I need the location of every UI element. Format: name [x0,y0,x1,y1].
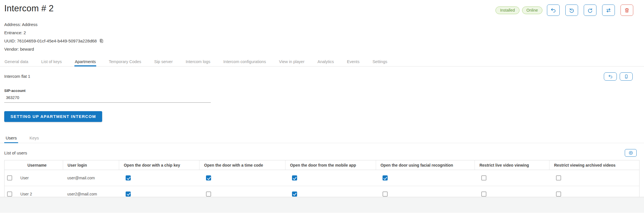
plus-circle-icon [628,150,633,155]
username-cell: User 2 [16,186,63,197]
info-line: Entrance: 2 [4,29,640,37]
header-actions: InstalledOnline [495,5,633,16]
permission-checkbox-4[interactable] [481,175,486,180]
sync-button[interactable] [602,5,615,16]
phone-icon [624,74,629,79]
device-info: Address: AddressEntrance: 2UUID: 7610465… [0,20,644,53]
sub-tab-users[interactable]: Users [4,134,18,143]
undo-icon [550,7,556,13]
page-footer-background [0,197,644,213]
info-line: Vendor: beward [4,45,640,53]
page-header: Intercom # 2 InstalledOnline [0,0,644,16]
row-select-checkbox[interactable] [7,175,12,180]
info-line-text: Address: Address [4,22,38,27]
info-line: UUID: 76104659-01cf-45e4-b449-50973a228d… [4,37,640,45]
tab-events[interactable]: Events [347,58,360,66]
table-row: Useruser@mail.com [5,170,639,186]
column-header: Open the door with a chip key [119,160,199,170]
tab-analytics[interactable]: Analytics [317,58,334,66]
copy-uuid-button[interactable] [99,38,104,44]
status-badges: InstalledOnline [495,7,542,14]
permission-checkbox-4[interactable] [481,192,486,197]
main-tabs: General dataList of keysApartmentsTempor… [0,58,644,66]
users-table: UsernameUser loginOpen the door with a c… [4,160,639,197]
history-icon [569,7,575,13]
row-select-checkbox[interactable] [7,192,12,197]
column-header: Username [16,160,63,170]
refresh-icon [587,7,593,13]
flat-label: Intercom flat 1 [4,74,30,79]
permission-checkbox-1[interactable] [206,175,211,180]
trash-icon [624,7,630,13]
column-header: Restrict live video viewing [475,160,549,170]
column-header: Restrict viewing archived videos [549,160,639,170]
undo-button[interactable] [547,5,560,16]
permission-checkbox-2[interactable] [292,192,297,197]
permission-checkbox-0[interactable] [126,175,131,180]
status-badge-installed: Installed [495,7,519,14]
permission-checkbox-5[interactable] [556,192,561,197]
column-header: Open the door using facial recognition [376,160,475,170]
permission-checkbox-3[interactable] [383,175,388,180]
tab-intercom-logs[interactable]: Intercom logs [185,58,211,66]
users-list-title: List of users [4,150,27,155]
tab-general-data[interactable]: General data [4,58,29,66]
column-header: User login [63,160,119,170]
user-login-cell: user2@mail.com [63,186,119,197]
sub-tabs: UsersKeys [0,134,644,143]
add-user-button[interactable] [625,149,637,157]
sync-icon [606,7,611,13]
user-login-cell: user@mail.com [63,170,119,186]
info-line: Address: Address [4,20,640,29]
users-list-header: List of users [0,149,644,157]
page-title: Intercom # 2 [4,3,54,14]
info-line-text: UUID: 76104659-01cf-45e4-b449-50973a228d… [4,38,97,43]
column-header: Open the door with a time code [199,160,285,170]
flat-row: Intercom flat 1 [0,72,644,81]
tab-temporary-codes[interactable]: Temporary Codes [109,58,141,66]
tab-sip-server[interactable]: Sip server [154,58,173,66]
intercom-page: Intercom # 2 InstalledOnline Address: Ad… [0,0,644,213]
undo-icon [608,74,613,79]
sip-account-label: SIP-account [4,89,211,93]
refresh-button[interactable] [584,5,596,16]
flat-undo-button[interactable] [604,72,617,81]
history-button[interactable] [565,5,578,16]
permission-checkbox-2[interactable] [292,175,297,180]
permission-checkbox-1[interactable] [206,192,211,197]
tab-intercom-configurations[interactable]: Intercom configurations [223,58,266,66]
header-action-buttons [547,5,633,16]
copy-icon [99,38,104,44]
username-cell: User [16,170,63,186]
users-table-header-row: UsernameUser loginOpen the door with a c… [5,160,639,170]
sip-account-field: SIP-account [0,89,215,103]
info-line-text: Entrance: 2 [4,30,26,35]
content-card: Intercom # 2 InstalledOnline Address: Ad… [0,0,644,197]
permission-checkbox-0[interactable] [126,192,131,197]
tab-settings[interactable]: Settings [372,58,387,66]
flat-device-button[interactable] [620,72,633,81]
sip-account-input[interactable] [4,93,211,103]
flat-action-buttons [604,72,633,81]
info-line-text: Vendor: beward [4,47,34,51]
column-header: Open the door from the mobile app [285,160,376,170]
tab-view-in-player[interactable]: View in player [279,58,305,66]
delete-button[interactable] [621,5,633,16]
tab-list-of-keys[interactable]: List of keys [41,58,62,66]
table-row: User 2user2@mail.com [5,186,639,197]
status-badge-online: Online [522,7,542,14]
sub-tab-keys[interactable]: Keys [28,134,40,143]
permission-checkbox-5[interactable] [556,175,561,180]
permission-checkbox-3[interactable] [383,192,388,197]
tab-apartments[interactable]: Apartments [74,58,96,66]
setup-apartment-intercom-button[interactable]: SETTING UP APARTMENT INTERCOM [4,111,102,122]
